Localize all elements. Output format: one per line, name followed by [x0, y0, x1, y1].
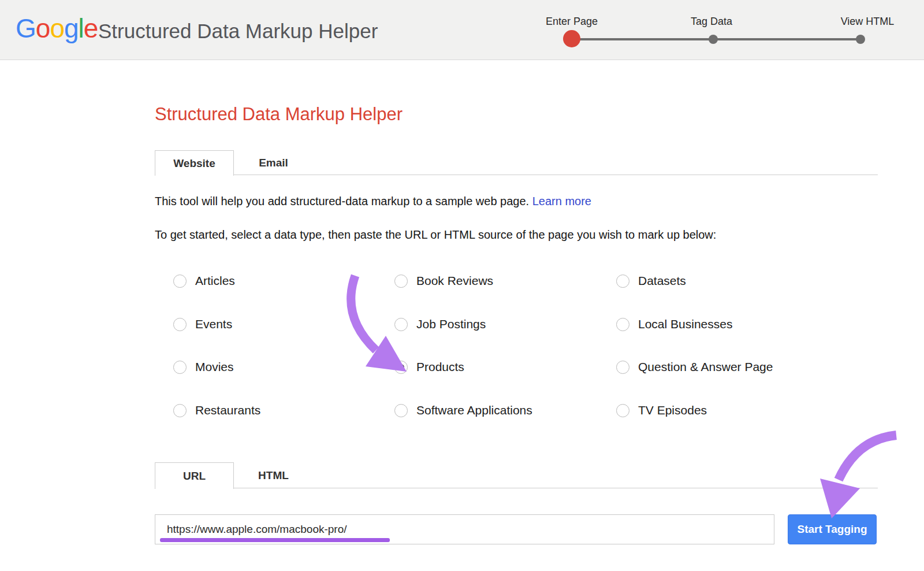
stepper-dot-view-html — [856, 35, 865, 44]
radio-label: Book Reviews — [416, 274, 493, 288]
radio-button[interactable] — [173, 275, 187, 288]
radio-button[interactable] — [616, 318, 629, 331]
radio-button[interactable] — [394, 404, 408, 417]
radio-label: Restaurants — [195, 403, 260, 417]
stepper-dot-enter-page-current — [563, 30, 580, 47]
stepper-label-view-html: View HTML — [841, 16, 895, 28]
radio-button[interactable] — [173, 318, 187, 331]
google-logo-letter: l — [79, 13, 84, 43]
tab-html[interactable]: HTML — [234, 462, 313, 489]
stepper-label-tag-data: Tag Data — [691, 16, 732, 28]
data-type-option-local-businesses[interactable]: Local Businesses — [616, 317, 732, 331]
google-logo-letter: o — [36, 13, 50, 43]
tab-url[interactable]: URL — [155, 462, 234, 489]
radio-button[interactable] — [616, 361, 629, 374]
radio-button[interactable] — [173, 361, 187, 374]
google-logo-letter: e — [84, 13, 98, 43]
app-title: Structured Data Markup Helper — [98, 20, 378, 43]
url-input[interactable] — [155, 514, 774, 544]
instruction-text: To get started, select a data type, then… — [155, 228, 716, 242]
radio-label: Job Postings — [416, 317, 486, 331]
radio-button[interactable] — [394, 275, 408, 288]
learn-more-link[interactable]: Learn more — [532, 195, 591, 207]
radio-button[interactable] — [616, 404, 629, 417]
google-logo-letter: o — [50, 13, 64, 43]
data-type-option-job-postings[interactable]: Job Postings — [394, 317, 486, 331]
annotation-arrow-start-tagging — [820, 435, 896, 518]
data-type-option-software-applications[interactable]: Software Applications — [394, 403, 532, 417]
radio-button[interactable] — [394, 318, 408, 331]
radio-label: Question & Answer Page — [638, 360, 773, 374]
radio-button[interactable] — [173, 404, 187, 417]
radio-label: Datasets — [638, 274, 686, 288]
data-type-option-tv-episodes[interactable]: TV Episodes — [616, 403, 707, 417]
data-type-option-products[interactable]: Products — [394, 360, 464, 374]
tab-email[interactable]: Email — [234, 150, 313, 176]
start-tagging-button[interactable]: Start Tagging — [788, 514, 877, 544]
tab-website[interactable]: Website — [155, 150, 234, 176]
radio-label: Articles — [195, 274, 235, 288]
google-logo[interactable]: Google — [16, 13, 98, 44]
radio-label: TV Episodes — [638, 403, 707, 417]
data-type-option-articles[interactable]: Articles — [173, 274, 235, 288]
data-type-option-datasets[interactable]: Datasets — [616, 274, 686, 288]
radio-label: Events — [195, 317, 232, 331]
radio-label: Local Businesses — [638, 317, 732, 331]
google-logo-letter: g — [64, 13, 79, 43]
data-type-option-movies[interactable]: Movies — [173, 360, 234, 374]
data-type-option-book-reviews[interactable]: Book Reviews — [394, 274, 493, 288]
page-title: Structured Data Markup Helper — [155, 104, 403, 125]
stepper-dot-tag-data — [709, 35, 718, 44]
radio-label: Products — [416, 360, 464, 374]
intro-text-body: This tool will help you add structured-d… — [155, 195, 529, 207]
google-logo-letter: G — [16, 13, 36, 43]
intro-text: This tool will help you add structured-d… — [155, 195, 591, 208]
data-type-option-restaurants[interactable]: Restaurants — [173, 403, 260, 417]
radio-label: Movies — [195, 360, 234, 374]
data-type-option-events[interactable]: Events — [173, 317, 232, 331]
data-type-option-question-answer-page[interactable]: Question & Answer Page — [616, 360, 773, 374]
app-header: Google Structured Data Markup Helper Ent… — [0, 0, 924, 60]
stepper-label-enter-page: Enter Page — [546, 16, 598, 28]
radio-label: Software Applications — [416, 403, 532, 417]
radio-button[interactable] — [616, 275, 629, 288]
radio-button-selected[interactable] — [394, 361, 408, 374]
